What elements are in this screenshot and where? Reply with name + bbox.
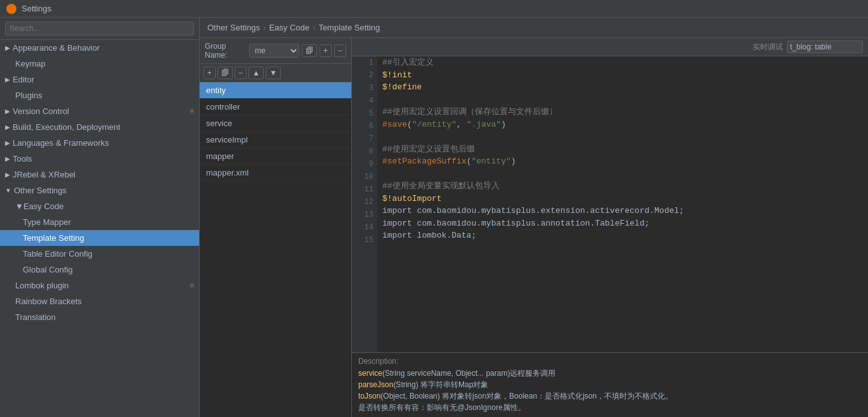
copy-group-button[interactable]: 🗐 [302, 44, 317, 57]
sidebar-item-label: Easy Code [23, 202, 64, 211]
sidebar-item-label: Plugins [15, 91, 42, 100]
arrow-icon: ▶ [5, 171, 10, 178]
remove-group-button[interactable]: − [334, 44, 346, 57]
sidebar-item-build[interactable]: ▶ Build, Execution, Deployment [0, 119, 199, 135]
sidebar-item-global-config[interactable]: Global Config [0, 262, 199, 278]
desc-line-4: 是否转换所有有容：影响有无@JsonIgnore属性。 [358, 402, 862, 413]
sidebar-item-rainbow-brackets[interactable]: Rainbow Brackets [0, 293, 199, 309]
sidebar-item-label: Keymap [15, 59, 46, 68]
code-line-7 [382, 131, 863, 143]
group-name-label: Group Name: [205, 42, 244, 60]
sidebar-item-easy-code[interactable]: ▼ Easy Code [0, 198, 199, 214]
code-line-10 [382, 168, 863, 181]
line-numbers: 1 2 3 4 5 6 7 8 9 10 11 12 13 14 [352, 56, 377, 352]
main-layout: ▶ Appearance & Behavior Keymap ▶ Editor … [0, 18, 868, 417]
arrow-icon: ▶ [5, 139, 10, 146]
move-down-button[interactable]: ▼ [266, 67, 281, 79]
sidebar-item-label: Languages & Frameworks [13, 138, 109, 148]
sidebar-item-label: Lombok plugin [15, 281, 69, 290]
sidebar-item-type-mapper[interactable]: Type Mapper [0, 214, 199, 230]
sidebar-item-label: Translation [15, 312, 56, 322]
realtime-label: 实时调试 [753, 42, 783, 53]
template-item-controller[interactable]: controller [200, 99, 351, 115]
sidebar-item-keymap[interactable]: Keymap [0, 56, 199, 72]
add-template-button[interactable]: + [204, 67, 216, 79]
group-select[interactable]: me [249, 44, 299, 58]
template-list: entity controller service serviceImpl ma… [200, 82, 351, 417]
version-control-badge: ⎘ [190, 108, 194, 115]
code-line-5: ##使用宏定义设置回调（保存位置与文件后缀） [382, 106, 863, 119]
arrow-icon: ▶ [5, 155, 10, 162]
template-item-mapper-xml[interactable]: mapper.xml [200, 165, 351, 181]
move-up-button[interactable]: ▲ [249, 67, 264, 79]
sidebar-item-label: Rainbow Brackets [15, 297, 82, 306]
breadcrumb-sep-1: › [263, 23, 266, 32]
arrow-icon: ▼ [15, 202, 23, 211]
sidebar-item-label: Type Mapper [23, 217, 71, 227]
title-bar-text: Settings [22, 4, 51, 13]
sidebar-item-jrebel[interactable]: ▶ JRebel & XRebel [0, 167, 199, 183]
code-content[interactable]: ##引入宏定义 $!init $!define ##使用宏定义设置回调（保存位置… [377, 56, 868, 352]
content-area: Other Settings › Easy Code › Template Se… [200, 18, 868, 417]
search-input[interactable] [5, 22, 194, 35]
sidebar-item-label: Appearance & Behavior [13, 43, 100, 53]
code-line-8: ##使用宏定义设置包后缀 [382, 143, 863, 156]
breadcrumb-part-1: Other Settings [207, 23, 260, 32]
sidebar-item-lombok-plugin[interactable]: Lombok plugin ⎘ [0, 278, 199, 293]
remove-template-button[interactable]: − [235, 67, 247, 79]
template-item-entity[interactable]: entity [200, 82, 351, 99]
arrow-icon: ▶ [5, 44, 10, 51]
code-line-2: $!init [382, 69, 863, 82]
sidebar-item-table-editor-config[interactable]: Table Editor Config [0, 246, 199, 262]
sidebar-item-label: Template Setting [23, 233, 84, 243]
sidebar-item-tools[interactable]: ▶ Tools [0, 151, 199, 167]
code-line-4 [382, 94, 863, 106]
code-editor[interactable]: 1 2 3 4 5 6 7 8 9 10 11 12 13 14 [352, 56, 868, 352]
sidebar-item-template-setting[interactable]: Template Setting [0, 230, 199, 246]
sidebar-item-label: Version Control [13, 106, 69, 116]
sidebar-item-label: Editor [13, 75, 34, 84]
sidebar-item-label: Other Settings [14, 186, 67, 195]
breadcrumb: Other Settings › Easy Code › Template Se… [200, 18, 868, 38]
desc-line-3: toJson(Object, Boolean) 将对象转json对象，Boole… [358, 390, 862, 402]
desc-line-2: parseJson(String) 将字符串转Map对象 [358, 379, 862, 390]
code-line-9: #setPackageSuffix("entity") [382, 155, 863, 168]
template-editor: Group Name: me 🗐 + − + 🗐 − ▲ ▼ [200, 38, 868, 417]
description-panel: Description: service(String serviceName,… [352, 352, 868, 417]
code-line-12: $!autoImport [382, 193, 863, 205]
sidebar-item-other-settings[interactable]: ▼ Other Settings [0, 183, 199, 198]
copy-template-button[interactable]: 🗐 [217, 67, 233, 79]
title-bar: Settings [0, 0, 868, 18]
code-line-15: import lombok.Data; [382, 229, 863, 242]
code-panel-header: 实时调试 [352, 38, 868, 56]
breadcrumb-sep-2: › [313, 23, 315, 32]
template-list-panel: Group Name: me 🗐 + − + 🗐 − ▲ ▼ [200, 38, 352, 417]
arrow-icon: ▶ [5, 76, 10, 83]
add-group-button[interactable]: + [320, 44, 332, 57]
sidebar-item-label: Global Config [23, 265, 73, 274]
sidebar: ▶ Appearance & Behavior Keymap ▶ Editor … [0, 18, 200, 417]
realtime-input[interactable] [787, 41, 863, 53]
code-line-6: #save("/entity", ".java") [382, 119, 863, 131]
list-toolbar: + 🗐 − ▲ ▼ [200, 64, 351, 82]
breadcrumb-part-2: Easy Code [269, 23, 309, 32]
code-line-13: import com.baomidou.mybatisplus.extensio… [382, 205, 863, 217]
sidebar-item-translation[interactable]: Translation [0, 309, 199, 325]
arrow-icon: ▶ [5, 124, 10, 131]
sidebar-item-editor[interactable]: ▶ Editor [0, 72, 199, 87]
template-item-service[interactable]: service [200, 115, 351, 132]
sidebar-item-version-control[interactable]: ▶ Version Control ⎘ [0, 103, 199, 119]
template-item-mapper[interactable]: mapper [200, 148, 351, 165]
sidebar-item-label: Tools [13, 154, 32, 164]
desc-line-1: service(String serviceName, Object... pa… [358, 368, 862, 379]
code-line-11: ##使用全局变量实现默认包导入 [382, 180, 863, 193]
breadcrumb-part-3: Template Setting [318, 23, 380, 32]
code-line-3: $!define [382, 81, 863, 94]
sidebar-item-label: JRebel & XRebel [13, 170, 75, 179]
sidebar-item-appearance[interactable]: ▶ Appearance & Behavior [0, 40, 199, 56]
sidebar-item-plugins[interactable]: Plugins [0, 87, 199, 103]
template-item-serviceimpl[interactable]: serviceImpl [200, 132, 351, 148]
arrow-icon: ▼ [5, 187, 11, 194]
sidebar-item-languages[interactable]: ▶ Languages & Frameworks [0, 135, 199, 151]
lombok-badge: ⎘ [190, 282, 194, 289]
